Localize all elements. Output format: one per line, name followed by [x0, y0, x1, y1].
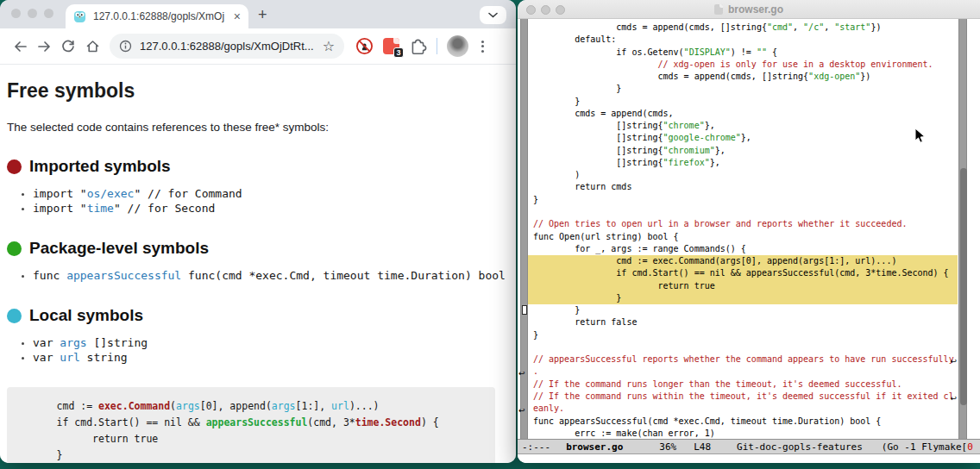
modeline-flymake-count: 0: [967, 441, 973, 453]
page-title: Free symbols: [7, 79, 516, 103]
symbol-list-item: func appearsSuccessful func(cmd *exec.Cm…: [33, 268, 516, 283]
tab-strip: 127.0.0.1:62888/gopls/XmOjD × +: [0, 0, 516, 28]
code-line: // If the command runs within the timeou…: [528, 391, 958, 403]
tab-title: 127.0.0.1:62888/gopls/XmOjD: [93, 10, 224, 22]
code-line: func Open(url string) bool {: [528, 231, 958, 243]
url-bar[interactable]: 127.0.0.1:62888/gopls/XmOjDtRt... ☆: [110, 34, 344, 59]
emacs-buffer-area[interactable]: cmds = append(cmds, []string{"cmd", "/c"…: [518, 19, 980, 463]
highlighted-code-line: cmd := exec.Command(args[0], append(args…: [528, 255, 958, 267]
code-line: []string{"firefox"},: [528, 157, 958, 169]
code-line: []string{"chrome"},: [528, 120, 958, 132]
code-line: []string{"chromium"},: [528, 145, 958, 157]
scrollbar-thumb[interactable]: [960, 168, 967, 405]
document-icon: [714, 4, 723, 15]
new-tab-button[interactable]: +: [258, 6, 267, 24]
red-extension-icon[interactable]: 3: [383, 38, 399, 54]
highlighted-code-line: }: [528, 292, 958, 304]
gopls-free-symbols-page: Free symbols The selected code contains …: [0, 79, 516, 463]
code-line: // appearsSuccessful reports whether the…: [528, 353, 958, 366]
symbol-link[interactable]: url: [60, 351, 79, 364]
symbol-list-item: var url string: [33, 350, 516, 365]
highlighted-code-line: return true: [528, 280, 958, 292]
minimize-window-button[interactable]: [28, 9, 37, 18]
code-line: return false: [528, 316, 958, 328]
tab-close-icon[interactable]: ×: [234, 10, 241, 22]
go-gopher-favicon: [73, 10, 86, 23]
site-info-icon[interactable]: [119, 40, 132, 53]
browser-window: 127.0.0.1:62888/gopls/XmOjD × + 127.0.0.…: [0, 0, 516, 463]
url-text[interactable]: 127.0.0.1:62888/gopls/XmOjDtRt...: [140, 40, 314, 53]
modeline-buffer-name[interactable]: browser.go: [566, 441, 623, 453]
browser-tab[interactable]: 127.0.0.1:62888/gopls/XmOjD ×: [66, 4, 248, 28]
extensions-puzzle-icon[interactable]: [409, 37, 427, 55]
imported-dot-icon: [7, 159, 22, 174]
code-line: for _, args := range Commands() {: [528, 243, 958, 255]
code-line: return cmds: [528, 181, 958, 193]
symbol-link[interactable]: time: [87, 202, 114, 215]
page-intro: The selected code contains references to…: [7, 121, 516, 134]
emacs-window-controls[interactable]: [526, 5, 565, 15]
line-wrap-icon: ↩: [518, 367, 525, 379]
browser-toolbar: 127.0.0.1:62888/gopls/XmOjDtRt... ☆ 3: [0, 28, 516, 65]
browser-menu-button[interactable]: [478, 41, 487, 53]
modeline-status: -:---: [522, 441, 550, 453]
code-line: cmds = append(cmds,: [528, 108, 958, 120]
blocker-extension-icon[interactable]: [355, 37, 374, 55]
line-wrap-icon: ↩: [518, 404, 525, 416]
imported-symbols-list: import "os/exec" // for Commandimport "t…: [0, 186, 516, 216]
symbol-link[interactable]: os/exec: [87, 187, 135, 200]
home-button[interactable]: [80, 34, 104, 59]
code-line: default:: [528, 34, 958, 46]
window-controls[interactable]: [11, 9, 53, 18]
code-line: cmds = append(cmds, []string{"cmd", "/c"…: [528, 22, 958, 34]
code-line: }: [528, 83, 958, 95]
code-line: return true: [21, 431, 495, 447]
code-line: cmds = append(cmds, []string{"xdg-open"}…: [528, 71, 958, 83]
minimize-window-button[interactable]: [541, 5, 550, 15]
profile-avatar[interactable]: [447, 35, 468, 57]
section-heading-imported: Imported symbols: [7, 157, 516, 176]
code-line: []string{"google-chrome"},: [528, 132, 958, 144]
fold-corner: [393, 38, 399, 44]
close-window-button[interactable]: [526, 5, 536, 15]
back-button[interactable]: [8, 34, 32, 59]
code-line: ↩.: [528, 366, 958, 378]
emacs-window: browser.go cmds = append(cmds, []string{…: [518, 0, 980, 463]
symbol-list-item: var args []string: [33, 335, 516, 350]
modeline-git-branch[interactable]: Git-doc-gopls-features: [737, 441, 863, 453]
section-heading-label: Imported symbols: [29, 157, 171, 176]
reload-icon: [61, 40, 75, 53]
bookmark-star-icon[interactable]: ☆: [323, 40, 335, 53]
code-line: [528, 341, 958, 353]
emacs-window-title: browser.go: [728, 3, 783, 16]
reload-button[interactable]: [56, 34, 80, 59]
code-line: ): [528, 169, 958, 181]
close-window-button[interactable]: [11, 9, 21, 18]
package-dot-icon: [7, 241, 22, 256]
selected-code-block: cmd := exec.Command(args[0], append(args…: [7, 387, 495, 463]
local-symbols-list: var args []stringvar url string: [0, 335, 516, 365]
symbol-link[interactable]: args: [60, 336, 86, 349]
code-line: }: [21, 447, 495, 463]
zoom-window-button[interactable]: [44, 9, 53, 18]
emacs-mode-line: -:--- browser.go 36% L48 Git-doc-gopls-f…: [518, 439, 980, 454]
back-arrow-icon: [13, 40, 28, 53]
tab-search-button[interactable]: [480, 6, 506, 24]
section-heading-label: Package-level symbols: [29, 239, 209, 258]
extension-badge: 3: [393, 47, 404, 58]
emacs-code-text[interactable]: cmds = append(cmds, []string{"cmd", "/c"…: [528, 22, 958, 440]
modeline-modes[interactable]: (Go -1 Flymake[: [882, 441, 967, 453]
code-line: cmd := exec.Command(args[0], append(args…: [21, 398, 495, 415]
forward-button[interactable]: [32, 34, 56, 59]
local-dot-icon: [7, 309, 22, 323]
code-line: [528, 206, 958, 218]
right-scrollbar-track[interactable]: [958, 19, 967, 439]
zoom-window-button[interactable]: [556, 5, 565, 15]
symbol-list-item: import "time" // for Second: [33, 201, 516, 216]
chevron-down-icon: [488, 12, 498, 18]
emacs-echo-area[interactable]: [518, 455, 980, 463]
emacs-titlebar[interactable]: browser.go: [518, 0, 980, 19]
code-line: }: [528, 194, 958, 206]
symbol-link[interactable]: appearsSuccessful: [66, 269, 181, 282]
section-heading-label: Local symbols: [29, 306, 143, 325]
